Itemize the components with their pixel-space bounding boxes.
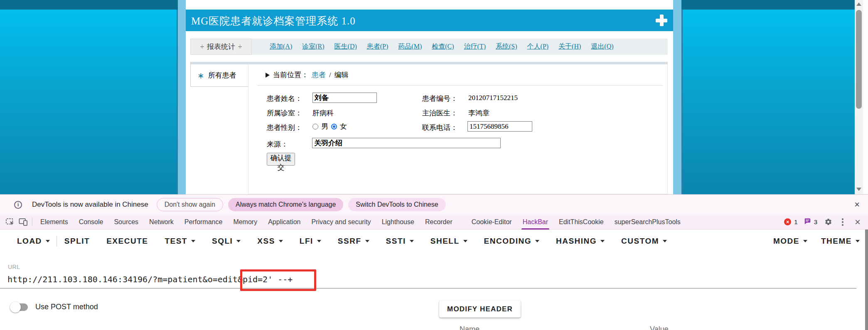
device-toolbar-icon[interactable] (18, 218, 29, 226)
tab-hackbar[interactable]: HackBar (517, 215, 553, 230)
issues-bubble-icon[interactable] (804, 218, 811, 226)
page-body: MG医院患者就诊档案管理系统 1.0 ÷ 报表统计 ÷ 添加(A) 诊室(R) … (186, 0, 673, 194)
mode-menu[interactable]: MODE (773, 233, 807, 249)
tab-sources[interactable]: Sources (108, 215, 144, 230)
menu-item-exam[interactable]: 检查(C) (432, 42, 454, 51)
menu-item-personal[interactable]: 个人(P) (527, 42, 549, 51)
split-button[interactable]: SPLIT (64, 237, 90, 246)
screen: MG医院患者就诊档案管理系统 1.0 ÷ 报表统计 ÷ 添加(A) 诊室(R) … (0, 0, 868, 330)
devtools-status-icons: × 1 3 × (784, 217, 862, 227)
custom-menu[interactable]: CUSTOM (621, 237, 667, 246)
load-dropdown-icon[interactable] (42, 240, 50, 242)
xss-menu[interactable]: XSS (257, 237, 283, 246)
tab-elements[interactable]: Elements (35, 215, 74, 230)
more-options-kebab-icon[interactable] (839, 218, 846, 226)
inspect-element-icon[interactable] (5, 218, 15, 226)
tab-console[interactable]: Console (74, 215, 109, 230)
modify-header-button[interactable]: MODIFY HEADER (439, 301, 521, 318)
error-badge-icon[interactable]: × (784, 218, 791, 225)
breadcrumb: 当前位置： 患者 / 编辑 (266, 70, 349, 80)
hackbar-panel: LOAD SPLIT EXECUTE TEST SQLI XSS LFI SSR… (0, 230, 868, 330)
deco-cross-icon: ÷ (200, 43, 204, 51)
chevron-down-icon (279, 240, 283, 242)
tab-network[interactable]: Network (144, 215, 179, 230)
radio-male[interactable] (312, 124, 318, 130)
menu-item-treatment[interactable]: 治疗(T) (464, 42, 486, 51)
header-name-column: Name (460, 325, 479, 330)
tab-performance[interactable]: Performance (179, 215, 228, 230)
tab-recorder[interactable]: Recorder (420, 215, 458, 230)
devtools-close-icon[interactable]: × (853, 217, 862, 227)
load-button[interactable]: LOAD (17, 237, 42, 246)
url-input[interactable]: http://211.103.180.146:34196/?m=patient&… (0, 273, 856, 288)
chevron-down-icon (365, 240, 369, 242)
hackbar-toolbar: LOAD SPLIT EXECUTE TEST SQLI XSS LFI SSR… (0, 233, 868, 249)
encoding-menu[interactable]: ENCODING (484, 237, 539, 246)
tab-editthiscookie[interactable]: EditThisCookie (553, 215, 609, 230)
ssrf-menu[interactable]: SSRF (338, 237, 369, 246)
phone-label: 联系电话： (422, 123, 457, 132)
chevron-down-icon (410, 240, 414, 242)
shell-menu[interactable]: SHELL (430, 237, 467, 246)
patient-name-input[interactable] (312, 93, 377, 103)
plus-icon[interactable] (656, 15, 667, 26)
scroll-up-icon[interactable] (856, 2, 861, 6)
gender-label: 患者性别： (267, 123, 302, 132)
infobar-close-icon[interactable]: × (854, 200, 860, 209)
switch-to-chinese-button[interactable]: Switch DevTools to Chinese (348, 198, 445, 211)
menu-item-clinic[interactable]: 诊室(R) (302, 42, 324, 51)
toggle-thumb[interactable] (10, 302, 21, 313)
sidebar-header-label: 报表统计 (207, 42, 235, 51)
menu-item-logout[interactable]: 退出(Q) (591, 42, 613, 51)
breadcrumb-arrow-icon (266, 73, 270, 78)
match-language-button[interactable]: Always match Chrome's language (228, 198, 343, 211)
sidebar-header-reports[interactable]: ÷ 报表统计 ÷ (190, 39, 252, 55)
hackbar-scrollbar[interactable] (865, 230, 868, 330)
main-menu-bar: ÷ 报表统计 ÷ 添加(A) 诊室(R) 医生(D) 患者(P) 药品(M) 检… (190, 39, 668, 55)
menu-item-patient[interactable]: 患者(P) (367, 42, 389, 51)
use-post-method-toggle[interactable]: Use POST method (11, 303, 98, 311)
info-icon: i (14, 201, 22, 209)
hashing-menu[interactable]: HASHING (556, 237, 605, 246)
submit-button[interactable]: 确认提交 (267, 153, 295, 166)
tab-privacy-and-security[interactable]: Privacy and security (306, 215, 376, 230)
menu-items: 添加(A) 诊室(R) 医生(D) 患者(P) 药品(M) 检查(C) 治疗(T… (252, 42, 614, 51)
scrollbar-thumb[interactable] (856, 10, 862, 109)
devtools-language-infobar: i DevTools is now available in Chinese D… (0, 195, 868, 215)
tab-memory[interactable]: Memory (228, 215, 263, 230)
chevron-down-icon (856, 240, 860, 242)
menu-item-add[interactable]: 添加(A) (270, 42, 292, 51)
test-menu[interactable]: TEST (165, 237, 195, 246)
page-edge-right (681, 10, 683, 194)
sqli-menu[interactable]: SQLI (212, 237, 241, 246)
ssti-menu[interactable]: SSTI (386, 237, 414, 246)
radio-female[interactable] (331, 124, 337, 130)
tab-supersearchplustools[interactable]: superSearchPlusTools (609, 215, 686, 230)
tab-application[interactable]: Application (263, 215, 306, 230)
lfi-menu[interactable]: LFI (300, 237, 321, 246)
error-count[interactable]: 1 (794, 218, 797, 225)
browser-scrollbar[interactable] (855, 0, 863, 194)
menu-item-doctor[interactable]: 医生(D) (334, 42, 357, 51)
theme-menu[interactable]: THEME (821, 233, 860, 249)
source-input[interactable] (312, 138, 501, 148)
radio-female-label: 女 (340, 122, 347, 131)
menu-item-about[interactable]: 关于(H) (558, 42, 581, 51)
breadcrumb-link-patient[interactable]: 患者 (312, 70, 326, 80)
issues-count[interactable]: 3 (814, 218, 817, 225)
sidebar-item-all-patients[interactable]: ∗ 所有患者 (190, 62, 252, 87)
dont-show-again-button[interactable]: Don't show again (157, 198, 223, 211)
chevron-down-icon (663, 240, 667, 242)
scroll-down-icon[interactable] (856, 188, 861, 191)
menu-item-system[interactable]: 系统(S) (496, 42, 517, 51)
execute-button[interactable]: EXECUTE (106, 237, 148, 246)
divider (57, 236, 57, 247)
page-edge-left (177, 10, 178, 194)
tab-lighthouse[interactable]: Lighthouse (376, 215, 420, 230)
sidebar-item-label: 所有患者 (208, 71, 236, 80)
settings-gear-icon[interactable] (824, 218, 832, 226)
phone-input[interactable] (467, 121, 532, 132)
toggle-track[interactable] (11, 303, 28, 311)
tab-cookie-editor[interactable]: Cookie-Editor (466, 215, 517, 230)
menu-item-medicine[interactable]: 药品(M) (398, 42, 422, 51)
